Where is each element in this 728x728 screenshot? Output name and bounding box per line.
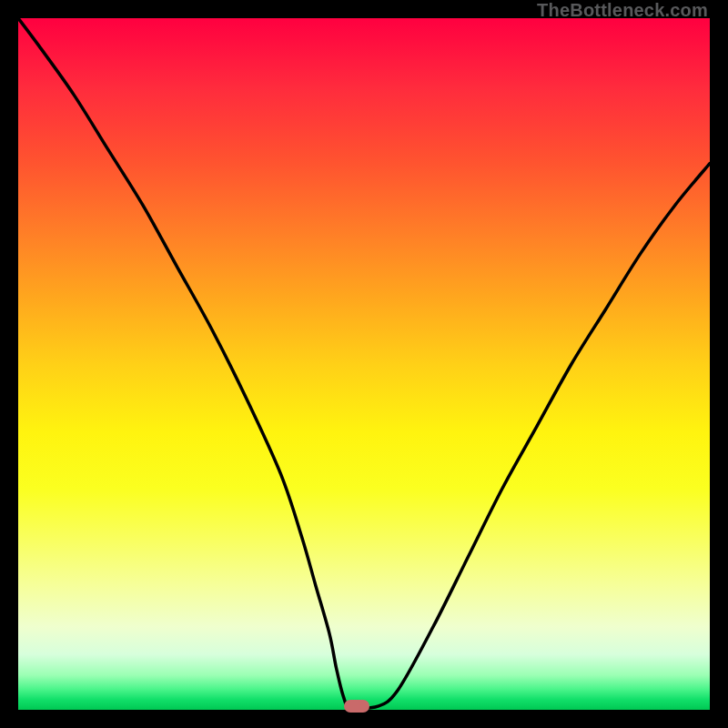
- curve-svg: [18, 18, 710, 710]
- watermark-text: TheBottleneck.com: [537, 0, 708, 21]
- bottleneck-curve-path: [18, 18, 710, 708]
- chart-frame: TheBottleneck.com: [0, 0, 728, 728]
- optimum-marker: [344, 700, 369, 713]
